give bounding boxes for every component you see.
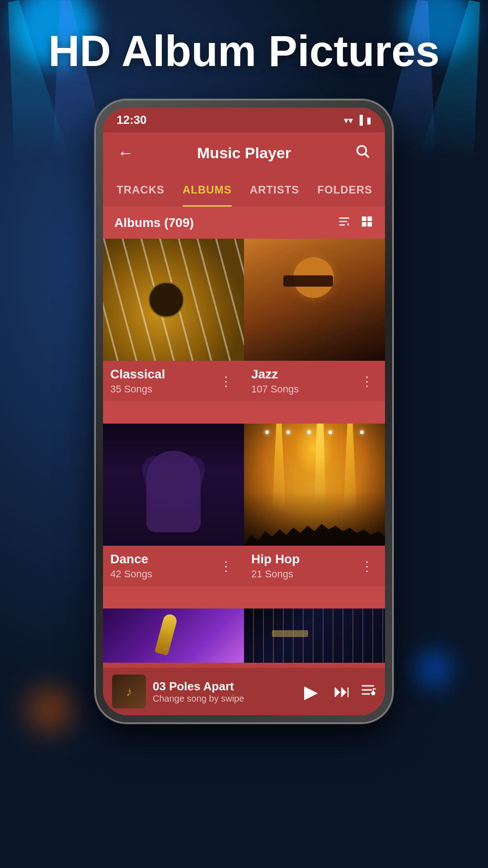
- album-card-classical[interactable]: Classical 35 Songs ⋮: [103, 239, 244, 424]
- queue-button[interactable]: [360, 682, 376, 701]
- signal-icon: ▐: [357, 115, 363, 125]
- albums-count: Albums (709): [114, 216, 194, 230]
- album-more-hiphop[interactable]: ⋮: [356, 557, 378, 576]
- screen-content: 12:30 ▾▾ ▐ ▮ ← Music Player: [103, 108, 385, 715]
- tab-artists[interactable]: ARTISTS: [241, 173, 309, 207]
- album-songs-dance: 42 Songs: [110, 568, 215, 580]
- album-art-hiphop: [244, 424, 385, 546]
- albums-actions: [338, 215, 374, 231]
- tab-bar: TRACKS ALBUMS ARTISTS FOLDERS: [103, 173, 385, 207]
- album-art-guitar2: [244, 609, 385, 663]
- album-more-classical[interactable]: ⋮: [215, 372, 237, 391]
- album-songs-jazz: 107 Songs: [251, 383, 356, 395]
- header-title: Music Player: [146, 144, 342, 162]
- status-time: 12:30: [117, 113, 147, 127]
- battery-icon: ▮: [366, 115, 371, 126]
- page-headline: HD Album Pictures: [0, 27, 488, 75]
- search-button[interactable]: [351, 143, 374, 162]
- bottom-light-right: [416, 651, 452, 687]
- svg-line-15: [373, 689, 376, 689]
- svg-rect-7: [367, 216, 372, 221]
- album-songs-hiphop: 21 Songs: [251, 568, 356, 580]
- now-playing-title: 03 Poles Apart: [153, 679, 291, 693]
- next-button[interactable]: ⏭: [333, 682, 351, 701]
- album-card-jazz[interactable]: Jazz 107 Songs ⋮: [244, 239, 385, 424]
- album-art-dance: [103, 424, 244, 546]
- album-art-sax: [103, 609, 244, 663]
- album-info-jazz: Jazz 107 Songs ⋮: [244, 361, 385, 401]
- now-playing-bar[interactable]: ♪ 03 Poles Apart Change song by swipe ▶ …: [103, 668, 385, 715]
- album-name-hiphop: Hip Hop: [251, 552, 356, 566]
- album-info-classical: Classical 35 Songs ⋮: [103, 361, 244, 401]
- svg-rect-8: [362, 222, 366, 226]
- back-button[interactable]: ←: [114, 143, 137, 162]
- status-icons: ▾▾ ▐ ▮: [344, 115, 371, 126]
- phone-frame: 12:30 ▾▾ ▐ ▮ ← Music Player: [95, 99, 393, 723]
- album-info-hiphop: Hip Hop 21 Songs ⋮: [244, 546, 385, 586]
- album-card-hiphop[interactable]: Hip Hop 21 Songs ⋮: [244, 424, 385, 609]
- album-more-jazz[interactable]: ⋮: [356, 372, 378, 391]
- svg-rect-3: [339, 221, 347, 222]
- svg-rect-4: [339, 224, 345, 226]
- sort-button[interactable]: [338, 215, 351, 231]
- album-name-classical: Classical: [110, 367, 215, 382]
- album-card-dance[interactable]: Dance 42 Songs ⋮: [103, 424, 244, 609]
- svg-marker-5: [347, 222, 349, 226]
- album-more-dance[interactable]: ⋮: [215, 557, 237, 576]
- album-name-dance: Dance: [110, 552, 215, 566]
- album-art-jazz: [244, 239, 385, 361]
- grid-button[interactable]: [360, 215, 374, 231]
- svg-rect-9: [367, 222, 372, 226]
- now-playing-controls: ▶ ⏭: [297, 678, 376, 705]
- phone-screen: 12:30 ▾▾ ▐ ▮ ← Music Player: [103, 108, 385, 715]
- now-playing-thumbnail: ♪: [112, 675, 146, 708]
- app-header: ← Music Player: [103, 132, 385, 173]
- play-button[interactable]: ▶: [297, 678, 324, 705]
- now-playing-info: 03 Poles Apart Change song by swipe: [153, 679, 291, 704]
- svg-point-13: [371, 691, 375, 695]
- album-info-dance: Dance 42 Songs ⋮: [103, 546, 244, 586]
- tab-albums[interactable]: ALBUMS: [174, 173, 241, 207]
- wifi-icon: ▾▾: [344, 115, 353, 126]
- tab-folders[interactable]: FOLDERS: [308, 173, 381, 207]
- svg-point-0: [357, 146, 366, 155]
- album-songs-classical: 35 Songs: [110, 383, 215, 395]
- now-playing-subtitle: Change song by swipe: [153, 693, 291, 704]
- album-art-classical: [103, 239, 244, 361]
- status-bar: 12:30 ▾▾ ▐ ▮: [103, 108, 385, 132]
- page-title-area: HD Album Pictures: [0, 27, 488, 75]
- album-name-jazz: Jazz: [251, 367, 356, 382]
- albums-bar: Albums (709): [103, 207, 385, 239]
- svg-rect-6: [362, 216, 366, 221]
- tab-tracks[interactable]: TRACKS: [108, 173, 174, 207]
- albums-grid: Classical 35 Songs ⋮: [103, 239, 385, 715]
- bottom-light-left: [27, 687, 72, 732]
- svg-rect-2: [339, 217, 350, 219]
- svg-line-1: [365, 154, 369, 157]
